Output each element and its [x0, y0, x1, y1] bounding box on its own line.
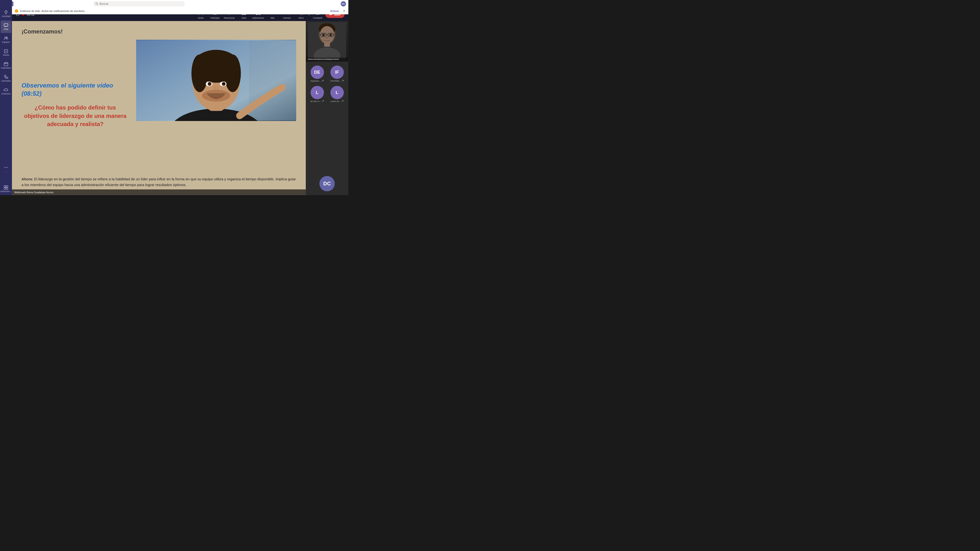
tasks-icon	[3, 49, 8, 54]
sidebar-item-chat-label: Chat	[3, 28, 8, 30]
sidebar-item-onedrive-label: OneDrive	[2, 93, 11, 95]
gente-label: Gente	[198, 17, 204, 19]
participant-item-Lucero: L Lucero (N... 🎤	[328, 86, 346, 102]
participant-name-row-lau: lau (No co... 🎤	[310, 100, 324, 102]
participant-mic-icon-IF: 🎤	[341, 80, 344, 82]
sidebar-item-onedrive[interactable]: OneDrive	[1, 85, 11, 98]
participant-avatar-IF: IF	[331, 65, 344, 79]
sidebar-item-llamadas[interactable]: Llamadas	[1, 72, 11, 85]
svg-rect-5	[4, 24, 8, 26]
slide-video-thumbnail	[136, 40, 296, 121]
slide-ahora-label: Ahora:	[22, 177, 33, 181]
person-video-svg	[136, 40, 296, 121]
chat-icon	[3, 23, 8, 28]
slide-subtitle: Observemos el siguiente video (08:52)	[22, 81, 129, 98]
presenter-name-bar: Maldonado Berea Guadalupe Aurora	[12, 189, 306, 195]
compartir-label: Compartir	[313, 17, 323, 19]
dc-avatar: DC	[320, 176, 335, 191]
mas-toolbar-label: Más	[270, 17, 274, 19]
participant-item-lau: L lau (No co... 🎤	[308, 86, 326, 102]
reaccionar-label: Reaccionar	[224, 17, 235, 19]
onedrive-icon	[3, 87, 8, 92]
sidebar-item-aplicaciones[interactable]: Aplicacion...	[1, 183, 11, 195]
svg-point-45	[224, 54, 241, 92]
participant-item-IF: IF ITZAYANA... 🎤	[328, 65, 346, 82]
svg-rect-16	[6, 188, 8, 189]
sidebar-item-actividad[interactable]: Actividad	[1, 8, 11, 20]
presenter-video-content	[306, 21, 348, 62]
participant-item-DE: DE Departam... 🎤	[308, 65, 326, 82]
svg-point-51	[223, 83, 225, 84]
sidebar-item-equipos-label: Equipos	[2, 41, 10, 43]
sidebar-item-tareas[interactable]: Tareas	[1, 46, 11, 59]
svg-point-6	[5, 37, 6, 38]
slide-title: ¡Comenzamos!	[22, 28, 296, 35]
sidebar: Actividad Chat Equipos Tar	[0, 0, 12, 195]
participant-mic-icon-Lucero: 🎤	[341, 100, 344, 102]
activar-button[interactable]: Activar	[330, 10, 339, 13]
participants-row-2: L lau (No co... 🎤 L Lucero (N... 🎤	[308, 86, 346, 102]
sidebar-item-tareas-label: Tareas	[3, 54, 9, 56]
sidebar-item-more-label: ...	[5, 170, 7, 173]
svg-point-63	[322, 34, 325, 36]
sidebar-item-calendario-label: Calendario	[1, 67, 11, 69]
dc-self-view: DC	[306, 172, 348, 195]
micro-label: Micro	[299, 17, 304, 19]
notification-close-button[interactable]: ✕	[343, 9, 345, 13]
search-input[interactable]	[100, 2, 183, 5]
notification-message: Entérese de todo. Active las notificacio…	[20, 10, 85, 13]
participant-avatar-DE: DE	[310, 65, 324, 79]
participant-avatar-Lucero: L	[331, 86, 344, 99]
svg-point-11	[6, 167, 6, 168]
main-content-area: ¡Comenzamos! Observemos el siguiente vid…	[12, 21, 306, 195]
participant-name-row-IF: ITZAYANA... 🎤	[330, 80, 344, 82]
right-panel: Maldonado Berea Guadalupe Aurora DE Depa…	[306, 21, 348, 195]
svg-point-10	[4, 167, 5, 168]
svg-point-50	[209, 83, 210, 84]
aplicaciones-toolbar-label: Aplicaciones	[252, 17, 264, 19]
svg-point-12	[7, 167, 8, 168]
vista-label: Vista	[242, 17, 246, 19]
search-icon	[95, 2, 98, 5]
slide-bottom-text: Ahora: El liderazgo en la gestión del ti…	[22, 176, 296, 188]
svg-point-2	[96, 3, 98, 5]
svg-point-65	[326, 37, 328, 39]
participant-mic-icon-lau: 🎤	[321, 100, 324, 102]
sidebar-item-actividad-label: Actividad	[2, 15, 11, 18]
participant-name-lau: lau (No co...	[310, 100, 321, 102]
svg-point-44	[191, 54, 208, 92]
svg-point-4	[6, 11, 6, 12]
participant-avatar-lau: L	[310, 86, 324, 99]
participants-row-1: DE Departam... 🎤 IF ITZAYANA... 🎤	[308, 65, 346, 82]
svg-rect-15	[4, 188, 6, 189]
title-bar-right: DC	[341, 1, 346, 6]
participant-name-Lucero: Lucero (N...	[331, 100, 340, 102]
svg-point-64	[329, 34, 332, 36]
sidebar-item-chat[interactable]: Chat	[1, 21, 11, 33]
svg-line-3	[97, 4, 98, 5]
svg-rect-67	[324, 42, 330, 47]
calls-icon	[3, 75, 8, 79]
sidebar-item-equipos[interactable]: Equipos	[1, 33, 11, 46]
warning-icon: !	[15, 10, 18, 13]
participants-grid: DE Departam... 🎤 IF ITZAYANA... 🎤	[306, 62, 348, 106]
sidebar-item-calendario[interactable]: Calendario	[1, 59, 11, 72]
activity-icon	[3, 10, 8, 15]
svg-point-7	[6, 37, 7, 38]
slide-video-container	[136, 37, 296, 173]
svg-rect-39	[249, 40, 296, 120]
apps-icon	[3, 185, 8, 190]
presenter-video-tile: Maldonado Berea Guadalupe Aurora	[306, 21, 348, 62]
notification-bar: ! Entérese de todo. Active las notificac…	[12, 8, 348, 14]
svg-rect-14	[6, 186, 8, 187]
svg-rect-13	[4, 186, 6, 187]
search-bar[interactable]	[94, 1, 185, 6]
slide-body: Observemos el siguiente video (08:52) ¿C…	[22, 37, 296, 173]
participant-name-row-DE: Departam... 🎤	[310, 80, 324, 82]
title-bar: T DC	[0, 0, 348, 8]
camara-label: Cámara	[283, 17, 291, 19]
user-avatar-small[interactable]: DC	[341, 1, 346, 6]
sidebar-item-more[interactable]: ...	[1, 163, 11, 175]
participant-name-IF: ITZAYANA...	[330, 80, 341, 82]
participant-name-DE: Departam...	[310, 80, 321, 82]
